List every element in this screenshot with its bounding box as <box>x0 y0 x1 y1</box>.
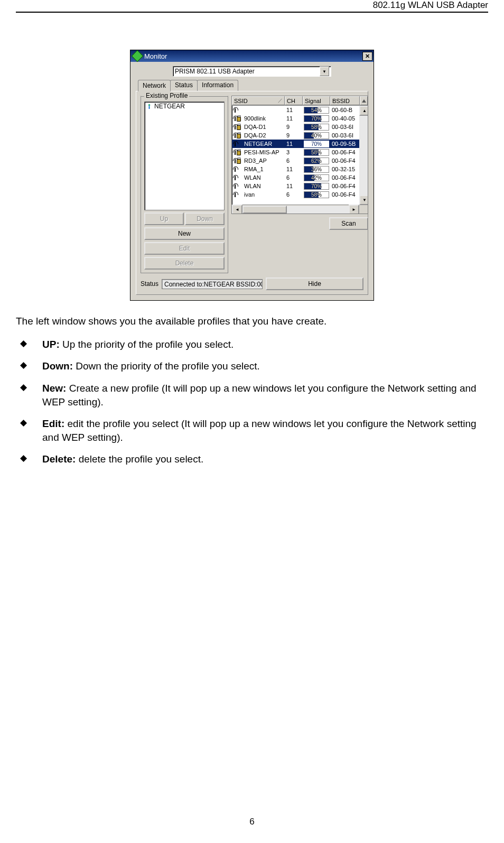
cell-ssid: PESI-MIS-AP <box>242 149 285 155</box>
sort-up-icon[interactable] <box>360 96 368 105</box>
scroll-corner <box>359 205 368 214</box>
col-ssid[interactable]: SSID ／ <box>232 96 285 105</box>
cell-ch: 11 <box>285 107 303 113</box>
antenna-icon <box>234 116 236 121</box>
cell-bssid: 00-09-5B <box>330 141 362 147</box>
up-button[interactable]: Up <box>144 212 184 225</box>
profile-item[interactable]: NETGEAR <box>145 102 224 110</box>
hide-button[interactable]: Hide <box>266 277 363 290</box>
table-row[interactable]: WLAN1170%00-06-F4 <box>232 182 368 190</box>
vertical-scrollbar[interactable]: ▲ ▼ <box>359 106 368 205</box>
tab-network[interactable]: Network <box>138 80 171 91</box>
cell-bssid: 00-06-F4 <box>330 183 362 189</box>
profile-listbox[interactable]: NETGEAR <box>144 101 225 210</box>
antenna-icon <box>234 158 236 163</box>
table-row[interactable]: RD3_AP662%00-06-F4 <box>232 156 368 165</box>
cell-ch: 6 <box>285 174 303 181</box>
cell-ch: 9 <box>285 124 303 130</box>
header-rule <box>16 12 488 13</box>
cell-signal: 70% <box>303 140 330 148</box>
cell-bssid: 00-03-6I <box>330 132 362 138</box>
antenna-icon <box>234 124 236 129</box>
cell-bssid: 00-06-F4 <box>330 149 362 155</box>
table-row[interactable]: WLAN642%00-06-F4 <box>232 173 368 182</box>
adapter-dropdown[interactable]: PRISM 802.11 USB Adapter ▼ <box>173 66 331 77</box>
scroll-right-icon[interactable]: ► <box>349 205 359 215</box>
close-icon[interactable]: ✕ <box>362 52 372 61</box>
scroll-down-icon[interactable]: ▼ <box>359 195 368 205</box>
cell-bssid: 00-32-15 <box>330 166 362 172</box>
cell-signal: 58% <box>303 191 330 199</box>
status-text: Connected to:NETGEAR BSSID:00:09:5B:66:2… <box>162 279 263 289</box>
cell-ssid: RMA_1 <box>242 166 285 172</box>
bullet-term: Delete: <box>42 453 76 465</box>
cell-signal: 54% <box>303 106 330 114</box>
bullet-text: edit the profile you select (It will pop… <box>42 418 477 443</box>
cell-signal: 36% <box>303 165 330 173</box>
lock-icon <box>237 134 241 138</box>
cell-signal: 62% <box>303 157 330 165</box>
network-table[interactable]: SSID ／ CH Signal BSSID 1154%00-60-B900dl… <box>231 96 368 214</box>
tab-information[interactable]: Information <box>197 80 238 91</box>
app-icon <box>132 50 144 62</box>
cell-signal: 70% <box>303 182 330 190</box>
bullet-text: Down the priority of the profile you sel… <box>73 360 260 372</box>
groupbox-label: Existing Profile <box>144 92 189 99</box>
edit-button[interactable]: Edit <box>144 242 225 255</box>
cell-bssid: 00-03-6I <box>330 124 362 130</box>
col-ssid-label: SSID <box>234 98 248 104</box>
chevron-down-icon[interactable]: ▼ <box>320 67 329 76</box>
window-title: Monitor <box>144 52 362 60</box>
antenna-icon <box>234 150 236 155</box>
table-row[interactable]: 900dlink1170%00-40-05 <box>232 114 368 123</box>
horizontal-scrollbar[interactable]: ◄ ► <box>232 205 359 214</box>
table-row[interactable]: PESI-MIS-AP358%00-06-F4 <box>232 148 368 156</box>
cell-ssid: DQA-D1 <box>242 124 285 130</box>
cell-ch: 9 <box>285 132 303 138</box>
cell-signal: 42% <box>303 174 330 182</box>
page-number: 6 <box>0 817 504 827</box>
antenna-icon <box>234 192 237 197</box>
cell-signal: 58% <box>303 149 330 156</box>
bullet-item: New: Create a new profile (It will pop u… <box>20 382 488 409</box>
tab-pane-network: Existing Profile NETGEAR Up Down New Edi… <box>136 91 368 295</box>
down-button[interactable]: Down <box>185 212 225 225</box>
bullet-term: New: <box>42 383 66 394</box>
scroll-left-icon[interactable]: ◄ <box>232 205 242 215</box>
titlebar[interactable]: Monitor ✕ <box>130 50 374 62</box>
table-row[interactable]: DQA-D2940%00-03-6I <box>232 131 368 140</box>
table-row[interactable]: DQA-D1958%00-03-6I <box>232 123 368 131</box>
bullet-term: UP: <box>42 339 60 350</box>
col-ch[interactable]: CH <box>285 96 303 105</box>
cell-ssid: NETGEAR <box>242 141 285 147</box>
cell-bssid: 00-06-F4 <box>330 191 362 198</box>
antenna-icon <box>234 175 237 180</box>
bullet-item: UP: Up the priority of the profile you s… <box>20 338 488 351</box>
scan-button[interactable]: Scan <box>329 217 368 230</box>
scroll-thumb[interactable] <box>242 206 287 214</box>
lock-icon <box>237 151 241 155</box>
tab-bar: Network Status Information <box>138 80 368 91</box>
col-signal[interactable]: Signal <box>303 96 330 105</box>
table-row[interactable]: 1154%00-60-B <box>232 106 368 114</box>
svg-point-0 <box>148 104 151 106</box>
table-row[interactable]: ivan658%00-06-F4 <box>232 190 368 199</box>
cell-bssid: 00-06-F4 <box>330 158 362 164</box>
tab-status[interactable]: Status <box>170 80 198 91</box>
cell-signal: 70% <box>303 115 330 123</box>
cell-ch: 6 <box>285 191 303 198</box>
page-header-title: 802.11g WLAN USB Adapter <box>373 0 488 11</box>
cell-bssid: 00-40-05 <box>330 115 362 122</box>
delete-button[interactable]: Delete <box>144 257 225 270</box>
table-row[interactable]: NETGEAR1170%00-09-5B <box>232 140 368 148</box>
table-header: SSID ／ CH Signal BSSID <box>232 96 368 106</box>
cell-ch: 11 <box>285 141 303 147</box>
col-bssid[interactable]: BSSID <box>330 96 360 105</box>
table-row[interactable]: RMA_11136%00-32-15 <box>232 165 368 173</box>
antenna-icon <box>234 141 237 146</box>
new-button[interactable]: New <box>144 227 225 240</box>
scroll-up-icon[interactable]: ▲ <box>359 106 368 116</box>
cell-signal: 40% <box>303 132 330 140</box>
profile-icon <box>146 104 152 109</box>
cell-ch: 11 <box>285 115 303 122</box>
